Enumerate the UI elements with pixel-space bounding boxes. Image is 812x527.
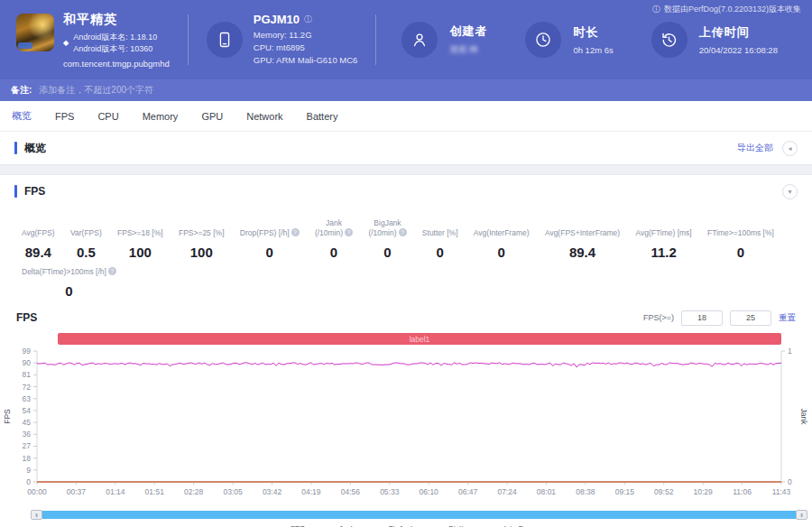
y2-tick-label: 1 [788,347,792,356]
device-name: PGJM10 [254,13,300,26]
stat-value: 100 [117,245,163,260]
stat-value: 11.2 [635,245,691,260]
app-version-name: Android版本名: 1.18.10 [73,32,157,43]
stat-avg-fps: Avg(FPS)89.4 [22,228,55,260]
creator-label: 创建者 [449,23,487,40]
stat-value: 0 [240,245,300,260]
stat-label: Var(FPS) [70,228,102,238]
chart-range-slider: ‖ ‖ [31,509,807,521]
stat-label: Jank(/10min)? [315,218,353,238]
x-tick-label: 06:47 [458,487,478,496]
stat-fps-ge-18: FPS>=18 [%]100 [117,228,163,260]
y-tick-label: 18 [23,454,32,463]
fps-threshold-label: FPS(>=) [643,313,674,322]
stat-label: Delta(FTime)>100ms [/h]? [22,267,116,277]
info-icon: ⓘ [652,4,660,15]
slider-track[interactable] [41,511,798,519]
tab-fps[interactable]: FPS [55,111,74,122]
y-tick-label: 63 [23,394,32,403]
y-tick-label: 9 [26,466,31,475]
collapse-left-button[interactable]: ◂ [782,141,798,156]
x-tick-label: 02:28 [184,487,204,496]
stat-value: 89.4 [545,245,620,260]
fps-section-title: FPS [24,185,45,198]
slider-left-handle[interactable]: ‖ [31,510,42,520]
stat-label: Avg(FTime) [ms] [635,228,691,238]
stat-delta-ftime: Delta(FTime)>100ms [/h]?0 [22,267,116,299]
collapse-down-button[interactable]: ▾ [782,184,798,199]
stat-label: Avg(FPS) [22,228,55,238]
upload-label: 上传时间 [699,24,778,41]
y-tick-label: 0 [26,477,31,486]
note-label: 备注: [11,84,32,97]
stat-label: Avg(InterFrame) [474,228,530,238]
x-tick-label: 11:43 [772,487,791,496]
x-tick-label: 03:05 [223,487,243,496]
x-tick-label: 01:51 [145,487,165,496]
note-bar[interactable]: 备注: 添加备注，不超过200个字符 [0,79,812,101]
creator-name: 悠悠 网 [449,44,487,56]
main-tabs: 概览FPSCPUMemoryGPUNetworkBattery [0,101,812,132]
fps-threshold-input-1[interactable] [681,310,723,326]
creator-block: 创建者 悠悠 网 [401,22,487,58]
section-accent-bar [14,142,17,154]
fps-section-header: FPS ▾ [0,175,812,208]
reset-link[interactable]: 重置 [779,312,796,324]
collect-note: ⓘ 数据由PerfDog(7.0.2203132)版本收集 [652,4,801,15]
x-tick-label: 10:29 [694,487,714,496]
tab-gpu[interactable]: GPU [201,111,223,122]
help-icon[interactable]: ? [108,267,116,275]
x-tick-label: 00:37 [67,487,87,496]
stat-value: 0 [22,283,116,299]
duration-value: 0h 12m 6s [573,45,613,55]
stat-label: Drop(FPS) [/h]? [240,228,300,238]
note-placeholder[interactable]: 添加备注，不超过200个字符 [39,84,153,97]
help-icon[interactable]: ? [399,228,407,236]
stat-value: 0 [422,245,458,260]
stat-label: BigJank(/10min)? [368,218,406,238]
report-header: 和平精英 ◆ Android版本名: 1.18.10 Android版本号: 1… [0,0,812,79]
tab-cpu[interactable]: CPU [97,111,118,122]
duration-label: 时长 [573,24,613,41]
x-tick-label: 03:42 [263,487,282,496]
slider-right-handle[interactable]: ‖ [796,510,807,520]
tab-overview[interactable]: 概览 [12,109,32,123]
x-tick-label: 00:00 [27,487,47,496]
device-cpu: CPU: mt6895 [254,42,358,54]
y-axis-title-left: FPS [3,409,12,424]
fps-threshold-input-2[interactable] [730,310,771,326]
tab-battery[interactable]: Battery [307,111,338,122]
stat-ftime-ge-100: FTime>=100ms [%]0 [707,228,774,260]
x-tick-label: 06:10 [420,487,439,496]
tab-network[interactable]: Network [246,111,282,122]
help-icon[interactable]: ? [291,228,300,236]
upload-block: 上传时间 20/04/2022 16:08:28 [651,22,778,58]
y-tick-label: 36 [23,430,32,439]
device-info-icon[interactable]: ⓘ [304,14,312,25]
stat-avg-ftime: Avg(FTime) [ms]11.2 [635,228,691,260]
duration-block: 时长 0h 12m 6s [525,22,613,58]
device-block: PGJM10 ⓘ Memory: 11.2G CPU: mt6895 GPU: … [207,13,358,67]
stat-var-fps: Var(FPS)0.5 [70,228,102,260]
person-icon [401,22,438,58]
x-tick-label: 04:56 [341,487,361,496]
stat-label: FPS>=25 [%] [179,228,225,238]
export-all-link[interactable]: 导出全部 [737,142,773,154]
upload-time: 20/04/2022 16:08:28 [699,45,778,55]
stat-stutter: Stutter [%]0 [422,228,458,260]
y-tick-label: 54 [23,406,32,415]
stat-label: Avg(FPS+InterFrame) [545,228,620,238]
stat-jank: Jank(/10min)?0 [315,218,353,260]
help-icon[interactable]: ? [345,228,353,236]
stat-avg-interframe: Avg(InterFrame)0 [474,228,530,260]
chart-annotation-band[interactable]: label1 [58,333,781,345]
tab-memory[interactable]: Memory [143,111,179,122]
stat-value: 0.5 [70,245,102,260]
overview-section-header: 概览 导出全部 ◂ [0,132,812,164]
collect-note-text: 数据由PerfDog(7.0.2203132)版本收集 [664,4,801,15]
fps-line-chart[interactable]: 091827364554637281909901FPSJank00:0000:3… [0,347,812,504]
y2-tick-label: 0 [788,477,792,486]
stat-fps-ge-25: FPS>=25 [%]100 [179,228,225,260]
y-tick-label: 72 [23,383,32,392]
stat-value: 0 [368,245,406,260]
